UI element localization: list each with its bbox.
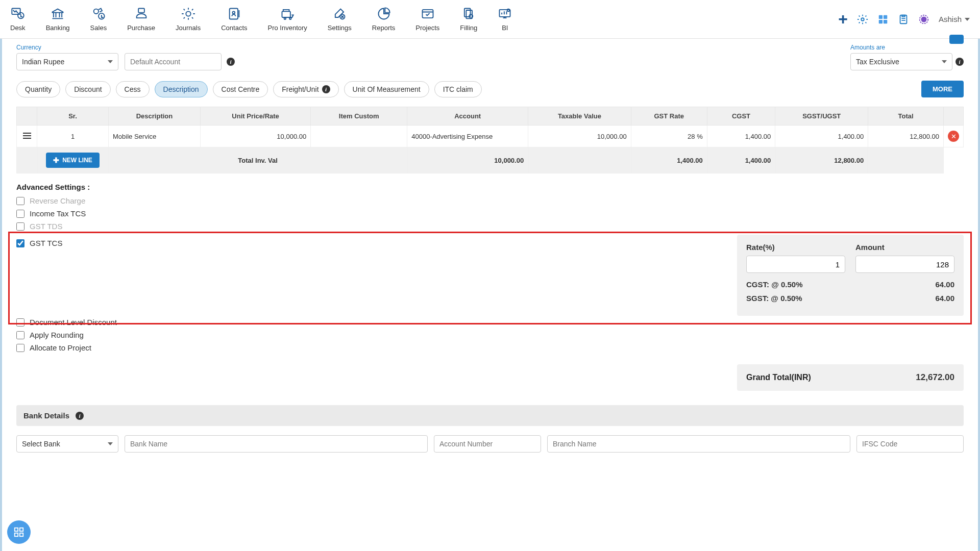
clipboard-icon[interactable] <box>898 14 909 25</box>
col-item-custom: Item Custom <box>311 107 407 126</box>
cb-apply-rounding[interactable]: Apply Rounding <box>16 331 964 339</box>
bank-icon <box>51 7 65 21</box>
tcs-amount-input[interactable] <box>855 256 954 273</box>
totals-row: ✚NEW LINE Total Inv. Val 10,000.00 1,400… <box>17 147 964 173</box>
cb-gst-tcs[interactable]: GST TCS <box>16 239 737 247</box>
svg-rect-22 <box>884 19 887 23</box>
info-icon: i <box>322 85 330 93</box>
tcs-cgst-label: CGST: @ 0.50% <box>746 280 803 289</box>
col-cgst: CGST <box>707 107 775 126</box>
delete-row-icon[interactable]: ✕ <box>948 131 959 142</box>
nav-banking[interactable]: Banking <box>46 7 70 32</box>
chip-uom[interactable]: Unit Of Measurement <box>344 81 429 97</box>
cb-gst-tds: GST TDS <box>16 222 964 231</box>
more-button[interactable]: MORE <box>921 81 964 97</box>
cb-reverse-charge: Reverse Charge <box>16 196 964 205</box>
nav-inventory[interactable]: Pro Inventory <box>268 7 307 32</box>
partial-badge <box>949 35 964 44</box>
journals-icon <box>181 7 195 21</box>
chip-itc[interactable]: ITC claim <box>434 81 482 97</box>
svg-rect-28 <box>15 533 18 536</box>
info-icon[interactable]: i <box>955 58 964 66</box>
currency-label: Currency <box>16 44 118 51</box>
amounts-select[interactable]: Tax Exclusive <box>850 53 952 70</box>
inventory-icon <box>280 7 295 21</box>
purchase-icon <box>134 7 149 21</box>
chip-cess[interactable]: Cess <box>116 81 150 97</box>
calculator-icon[interactable] <box>877 14 889 25</box>
svg-rect-8 <box>282 11 290 17</box>
cb-income-tax-tcs[interactable]: Income Tax TCS <box>16 209 964 218</box>
nav-desk[interactable]: Desk <box>10 7 26 32</box>
nav-reports[interactable]: Reports <box>372 7 396 32</box>
new-line-button[interactable]: ✚NEW LINE <box>46 153 100 168</box>
bank-account-input[interactable] <box>434 435 541 453</box>
currency-select[interactable]: Indian Rupee <box>16 53 118 70</box>
app-launcher-button[interactable] <box>7 520 31 544</box>
tcs-rate-label: Rate(%) <box>746 243 845 252</box>
grand-total-panel: Grand Total(INR) 12,672.00 <box>737 364 964 391</box>
cb-doc-level-discount[interactable]: Document Level Discount <box>16 318 964 327</box>
settings-icon <box>332 7 347 21</box>
col-sr: Sr. <box>37 107 109 126</box>
svg-rect-19 <box>879 15 883 18</box>
chip-freight[interactable]: Freight/Uniti <box>273 81 338 97</box>
svg-rect-21 <box>879 19 883 23</box>
bank-details-header[interactable]: Bank Detailsi <box>16 405 964 426</box>
svg-rect-27 <box>20 528 23 531</box>
nav-filling[interactable]: Filling <box>460 7 477 32</box>
bank-branch-input[interactable] <box>547 435 850 453</box>
amounts-label: Amounts are <box>850 44 964 51</box>
svg-point-25 <box>921 17 926 21</box>
tcs-panel: Rate(%) Amount CGST: @ 0.50%64.00 SGST: … <box>737 235 964 316</box>
col-gst-rate: GST Rate <box>631 107 707 126</box>
chip-description[interactable]: Description <box>155 81 208 97</box>
filling-icon <box>461 7 476 21</box>
add-icon[interactable]: + <box>838 10 848 29</box>
top-navbar: Desk Banking Sales Purchase Journals Con… <box>0 0 980 39</box>
col-desc: Description <box>109 107 201 126</box>
chip-discount[interactable]: Discount <box>65 81 110 97</box>
new-badge-icon[interactable] <box>918 14 929 25</box>
tcs-sgst-value: 64.00 <box>935 294 954 303</box>
tcs-cgst-value: 64.00 <box>935 280 954 289</box>
svg-rect-16 <box>500 10 510 17</box>
user-menu[interactable]: Ashish <box>939 15 970 23</box>
contacts-icon <box>227 7 241 21</box>
nav-purchase[interactable]: Purchase <box>127 7 155 32</box>
nav-sales[interactable]: Sales <box>90 7 107 32</box>
bank-select[interactable]: Select Bank <box>16 435 118 453</box>
default-account-input[interactable] <box>125 53 222 70</box>
nav-bi[interactable]: BI <box>498 7 512 32</box>
gear-icon[interactable] <box>857 14 868 25</box>
col-taxable: Taxable Value <box>528 107 631 126</box>
svg-point-10 <box>289 18 291 20</box>
nav-menu: Desk Banking Sales Purchase Journals Con… <box>10 7 512 32</box>
col-total: Total <box>868 107 944 126</box>
nav-settings[interactable]: Settings <box>328 7 352 32</box>
grid-icon <box>13 527 24 538</box>
advanced-title: Advanced Settings : <box>16 183 964 191</box>
svg-point-2 <box>94 9 99 14</box>
chip-quantity[interactable]: Quantity <box>16 81 60 97</box>
svg-point-17 <box>507 9 510 12</box>
nav-journals[interactable]: Journals <box>176 7 201 32</box>
nav-contacts[interactable]: Contacts <box>221 7 247 32</box>
bank-name-input[interactable] <box>125 435 428 453</box>
chevron-down-icon <box>965 18 970 21</box>
line-items-table: Sr. Description Unit Price/Rate Item Cus… <box>16 107 964 173</box>
svg-rect-26 <box>15 528 18 531</box>
nav-projects[interactable]: Projects <box>415 7 439 32</box>
chip-cost-centre[interactable]: Cost Centre <box>213 81 268 97</box>
tcs-amount-label: Amount <box>855 243 954 252</box>
tcs-rate-input[interactable] <box>746 256 845 273</box>
col-unit-price: Unit Price/Rate <box>201 107 311 126</box>
table-row[interactable]: 1 Mobile Service 10,000.00 40000-Adverti… <box>17 126 964 147</box>
user-name: Ashish <box>939 15 962 23</box>
column-chips: Quantity Discount Cess Description Cost … <box>16 81 964 97</box>
drag-handle-icon[interactable] <box>23 133 31 139</box>
cb-allocate-project[interactable]: Allocate to Project <box>16 343 964 352</box>
bank-ifsc-input[interactable] <box>856 435 964 453</box>
grand-total-label: Grand Total(INR) <box>746 373 811 382</box>
info-icon[interactable]: i <box>227 58 235 66</box>
